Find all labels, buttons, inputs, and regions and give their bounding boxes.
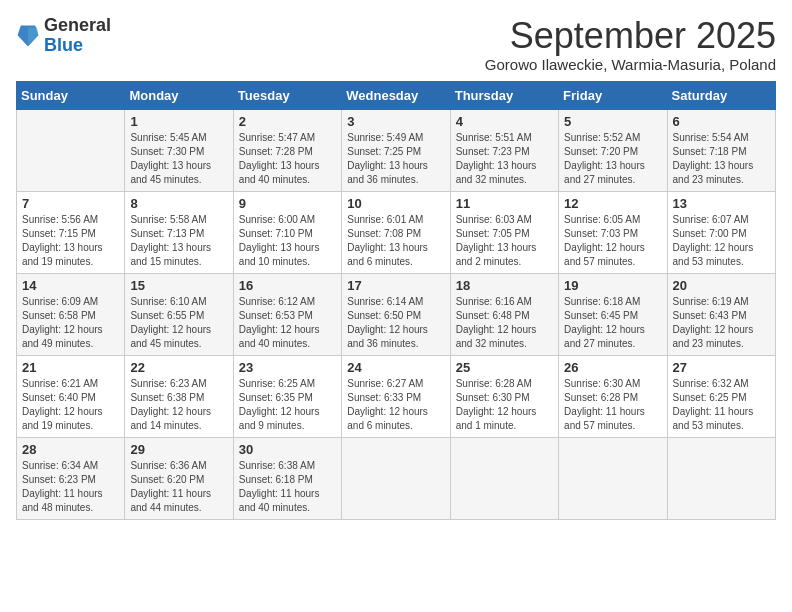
day-info: Sunrise: 6:18 AMSunset: 6:45 PMDaylight:… <box>564 295 661 351</box>
day-number: 28 <box>22 442 119 457</box>
table-row: 15Sunrise: 6:10 AMSunset: 6:55 PMDayligh… <box>125 273 233 355</box>
table-row: 2Sunrise: 5:47 AMSunset: 7:28 PMDaylight… <box>233 109 341 191</box>
day-info: Sunrise: 6:03 AMSunset: 7:05 PMDaylight:… <box>456 213 553 269</box>
day-number: 6 <box>673 114 770 129</box>
table-row: 12Sunrise: 6:05 AMSunset: 7:03 PMDayligh… <box>559 191 667 273</box>
day-number: 20 <box>673 278 770 293</box>
day-info: Sunrise: 6:28 AMSunset: 6:30 PMDaylight:… <box>456 377 553 433</box>
calendar-week-row: 7Sunrise: 5:56 AMSunset: 7:15 PMDaylight… <box>17 191 776 273</box>
day-info: Sunrise: 6:27 AMSunset: 6:33 PMDaylight:… <box>347 377 444 433</box>
col-friday: Friday <box>559 81 667 109</box>
day-number: 5 <box>564 114 661 129</box>
logo: General Blue <box>16 16 111 56</box>
day-info: Sunrise: 5:51 AMSunset: 7:23 PMDaylight:… <box>456 131 553 187</box>
day-info: Sunrise: 5:54 AMSunset: 7:18 PMDaylight:… <box>673 131 770 187</box>
table-row: 3Sunrise: 5:49 AMSunset: 7:25 PMDaylight… <box>342 109 450 191</box>
table-row: 1Sunrise: 5:45 AMSunset: 7:30 PMDaylight… <box>125 109 233 191</box>
table-row: 7Sunrise: 5:56 AMSunset: 7:15 PMDaylight… <box>17 191 125 273</box>
day-number: 13 <box>673 196 770 211</box>
col-monday: Monday <box>125 81 233 109</box>
table-row: 4Sunrise: 5:51 AMSunset: 7:23 PMDaylight… <box>450 109 558 191</box>
day-number: 22 <box>130 360 227 375</box>
day-number: 27 <box>673 360 770 375</box>
day-info: Sunrise: 6:01 AMSunset: 7:08 PMDaylight:… <box>347 213 444 269</box>
col-sunday: Sunday <box>17 81 125 109</box>
day-number: 15 <box>130 278 227 293</box>
day-info: Sunrise: 6:12 AMSunset: 6:53 PMDaylight:… <box>239 295 336 351</box>
page-header: General Blue September 2025 Gorowo Ilawe… <box>16 16 776 73</box>
table-row: 17Sunrise: 6:14 AMSunset: 6:50 PMDayligh… <box>342 273 450 355</box>
table-row: 23Sunrise: 6:25 AMSunset: 6:35 PMDayligh… <box>233 355 341 437</box>
table-row: 5Sunrise: 5:52 AMSunset: 7:20 PMDaylight… <box>559 109 667 191</box>
col-saturday: Saturday <box>667 81 775 109</box>
col-wednesday: Wednesday <box>342 81 450 109</box>
day-number: 9 <box>239 196 336 211</box>
calendar-table: Sunday Monday Tuesday Wednesday Thursday… <box>16 81 776 520</box>
day-info: Sunrise: 5:56 AMSunset: 7:15 PMDaylight:… <box>22 213 119 269</box>
day-number: 1 <box>130 114 227 129</box>
day-info: Sunrise: 6:38 AMSunset: 6:18 PMDaylight:… <box>239 459 336 515</box>
day-number: 8 <box>130 196 227 211</box>
table-row: 22Sunrise: 6:23 AMSunset: 6:38 PMDayligh… <box>125 355 233 437</box>
table-row <box>450 437 558 519</box>
day-number: 21 <box>22 360 119 375</box>
table-row: 21Sunrise: 6:21 AMSunset: 6:40 PMDayligh… <box>17 355 125 437</box>
day-info: Sunrise: 6:07 AMSunset: 7:00 PMDaylight:… <box>673 213 770 269</box>
day-info: Sunrise: 6:25 AMSunset: 6:35 PMDaylight:… <box>239 377 336 433</box>
location-subtitle: Gorowo Ilaweckie, Warmia-Masuria, Poland <box>485 56 776 73</box>
col-tuesday: Tuesday <box>233 81 341 109</box>
day-number: 18 <box>456 278 553 293</box>
table-row: 28Sunrise: 6:34 AMSunset: 6:23 PMDayligh… <box>17 437 125 519</box>
day-info: Sunrise: 6:09 AMSunset: 6:58 PMDaylight:… <box>22 295 119 351</box>
day-number: 19 <box>564 278 661 293</box>
day-number: 25 <box>456 360 553 375</box>
day-info: Sunrise: 6:23 AMSunset: 6:38 PMDaylight:… <box>130 377 227 433</box>
table-row: 30Sunrise: 6:38 AMSunset: 6:18 PMDayligh… <box>233 437 341 519</box>
day-number: 3 <box>347 114 444 129</box>
calendar-week-row: 21Sunrise: 6:21 AMSunset: 6:40 PMDayligh… <box>17 355 776 437</box>
table-row <box>559 437 667 519</box>
day-number: 24 <box>347 360 444 375</box>
table-row: 26Sunrise: 6:30 AMSunset: 6:28 PMDayligh… <box>559 355 667 437</box>
table-row: 25Sunrise: 6:28 AMSunset: 6:30 PMDayligh… <box>450 355 558 437</box>
day-info: Sunrise: 6:34 AMSunset: 6:23 PMDaylight:… <box>22 459 119 515</box>
table-row: 11Sunrise: 6:03 AMSunset: 7:05 PMDayligh… <box>450 191 558 273</box>
logo-text: General Blue <box>44 16 111 56</box>
day-number: 12 <box>564 196 661 211</box>
day-info: Sunrise: 6:00 AMSunset: 7:10 PMDaylight:… <box>239 213 336 269</box>
title-block: September 2025 Gorowo Ilaweckie, Warmia-… <box>485 16 776 73</box>
day-number: 23 <box>239 360 336 375</box>
table-row <box>342 437 450 519</box>
day-number: 29 <box>130 442 227 457</box>
table-row: 27Sunrise: 6:32 AMSunset: 6:25 PMDayligh… <box>667 355 775 437</box>
day-info: Sunrise: 5:47 AMSunset: 7:28 PMDaylight:… <box>239 131 336 187</box>
table-row: 18Sunrise: 6:16 AMSunset: 6:48 PMDayligh… <box>450 273 558 355</box>
logo-blue: Blue <box>44 36 111 56</box>
table-row: 19Sunrise: 6:18 AMSunset: 6:45 PMDayligh… <box>559 273 667 355</box>
day-number: 10 <box>347 196 444 211</box>
day-info: Sunrise: 6:32 AMSunset: 6:25 PMDaylight:… <box>673 377 770 433</box>
day-info: Sunrise: 5:49 AMSunset: 7:25 PMDaylight:… <box>347 131 444 187</box>
table-row: 9Sunrise: 6:00 AMSunset: 7:10 PMDaylight… <box>233 191 341 273</box>
logo-icon <box>16 22 40 50</box>
day-number: 17 <box>347 278 444 293</box>
month-title: September 2025 <box>485 16 776 56</box>
table-row: 13Sunrise: 6:07 AMSunset: 7:00 PMDayligh… <box>667 191 775 273</box>
table-row: 24Sunrise: 6:27 AMSunset: 6:33 PMDayligh… <box>342 355 450 437</box>
day-number: 7 <box>22 196 119 211</box>
day-info: Sunrise: 6:36 AMSunset: 6:20 PMDaylight:… <box>130 459 227 515</box>
svg-marker-1 <box>28 27 38 45</box>
day-number: 16 <box>239 278 336 293</box>
day-number: 2 <box>239 114 336 129</box>
day-number: 4 <box>456 114 553 129</box>
table-row: 6Sunrise: 5:54 AMSunset: 7:18 PMDaylight… <box>667 109 775 191</box>
calendar-header-row: Sunday Monday Tuesday Wednesday Thursday… <box>17 81 776 109</box>
day-info: Sunrise: 6:21 AMSunset: 6:40 PMDaylight:… <box>22 377 119 433</box>
calendar-week-row: 1Sunrise: 5:45 AMSunset: 7:30 PMDaylight… <box>17 109 776 191</box>
day-info: Sunrise: 6:19 AMSunset: 6:43 PMDaylight:… <box>673 295 770 351</box>
day-info: Sunrise: 6:10 AMSunset: 6:55 PMDaylight:… <box>130 295 227 351</box>
col-thursday: Thursday <box>450 81 558 109</box>
logo-general: General <box>44 16 111 36</box>
day-info: Sunrise: 6:16 AMSunset: 6:48 PMDaylight:… <box>456 295 553 351</box>
table-row: 8Sunrise: 5:58 AMSunset: 7:13 PMDaylight… <box>125 191 233 273</box>
